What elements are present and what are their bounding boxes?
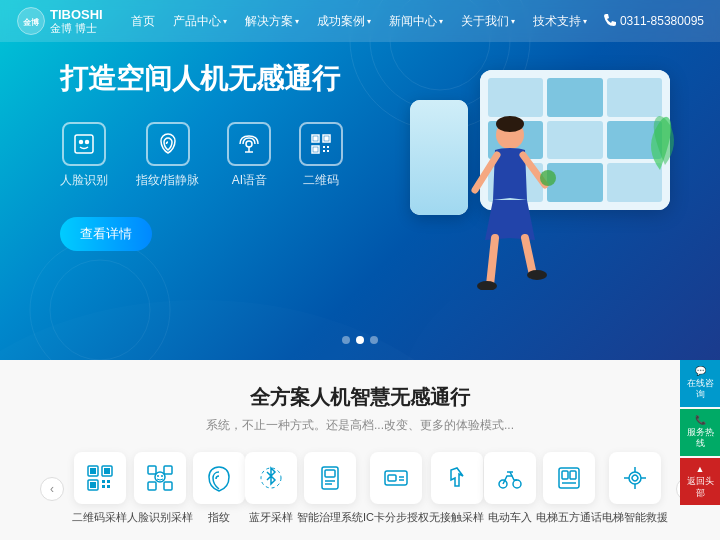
svg-rect-35: [90, 482, 96, 488]
product-face-icon: [134, 452, 186, 504]
section-subtitle: 系统，不止一种方式。还是高档...改变、更多的体验模式...: [40, 417, 680, 434]
main-nav: 首页 产品中心 ▾ 解决方案 ▾ 成功案例 ▾ 新闻中心 ▾ 关于我们 ▾ 技术…: [123, 9, 602, 34]
svg-rect-7: [75, 135, 93, 153]
prev-arrow-button[interactable]: ‹: [40, 477, 64, 501]
svg-rect-34: [104, 468, 110, 474]
feature-qr-label: 二维码: [303, 172, 339, 189]
svg-point-10: [246, 141, 252, 147]
product-bluetooth[interactable]: 蓝牙采样: [245, 452, 297, 525]
feature-face-label: 人脸识别: [60, 172, 108, 189]
section-title: 全方案人机智慧无感通行: [40, 384, 680, 411]
svg-point-1: [400, 300, 720, 360]
product-elevator-call[interactable]: 电梯五方通话: [536, 452, 602, 525]
svg-point-46: [161, 475, 163, 477]
feature-qr: 二维码: [299, 122, 343, 189]
voice-icon: [227, 122, 271, 166]
products-section: 全方案人机智慧无感通行 系统，不止一种方式。还是高档...改变、更多的体验模式.…: [0, 360, 720, 540]
nav-news[interactable]: 新闻中心 ▾: [381, 9, 451, 34]
svg-rect-22: [327, 150, 329, 152]
product-ic-icon: [370, 452, 422, 504]
hero-figure: [455, 110, 565, 290]
product-ebike-label: 电动车入: [488, 510, 532, 525]
feature-fingerprint-label: 指纹/指静脉: [136, 172, 199, 189]
product-elevator-call-icon: [543, 452, 595, 504]
nav-about[interactable]: 关于我们 ▾: [453, 9, 523, 34]
hero-detail-button[interactable]: 查看详情: [60, 217, 152, 251]
nav-cases[interactable]: 成功案例 ▾: [309, 9, 379, 34]
hero-dots: [342, 336, 378, 344]
hero-illustration: [400, 50, 680, 290]
svg-point-57: [513, 480, 521, 488]
phone-number: 0311-85380095: [602, 14, 704, 28]
product-bluetooth-icon: [245, 452, 297, 504]
back-to-top-button[interactable]: ▲ 返回头部: [680, 458, 720, 505]
product-elevator-call-label: 电梯五方通话: [536, 510, 602, 525]
phone-float-icon: 📞: [684, 415, 716, 427]
product-smart[interactable]: 智能治理系统: [297, 452, 363, 525]
product-touch-label: 无接触采样: [429, 510, 484, 525]
product-ebike[interactable]: 电动车入: [484, 452, 536, 525]
svg-rect-42: [148, 482, 156, 490]
product-touch-icon: [431, 452, 483, 504]
svg-point-24: [496, 116, 524, 132]
dot-1[interactable]: [342, 336, 350, 344]
dot-2[interactable]: [356, 336, 364, 344]
product-bluetooth-label: 蓝牙采样: [249, 510, 293, 525]
svg-point-62: [629, 472, 641, 484]
logo-text: TIBOSHI 金博 博士: [50, 7, 103, 36]
fingerprint-icon: [146, 122, 190, 166]
svg-rect-20: [327, 146, 329, 148]
product-ebike-icon: [484, 452, 536, 504]
product-ic[interactable]: IC卡分步授权: [363, 452, 429, 525]
logo-icon: 金博: [16, 6, 46, 36]
svg-point-45: [157, 475, 159, 477]
product-fingerprint[interactable]: 指纹: [193, 452, 245, 525]
hero-content: 打造空间人机无感通行 人脸识别: [60, 60, 343, 251]
nav-products[interactable]: 产品中心 ▾: [165, 9, 235, 34]
svg-point-8: [80, 141, 83, 144]
nav-solutions-arrow: ▾: [295, 17, 299, 26]
svg-rect-37: [107, 480, 110, 483]
svg-rect-16: [314, 137, 317, 140]
up-icon: ▲: [684, 464, 716, 476]
nav-home[interactable]: 首页: [123, 9, 163, 34]
logo: 金博 TIBOSHI 金博 博士: [16, 6, 103, 36]
nav-solutions[interactable]: 解决方案 ▾: [237, 9, 307, 34]
product-face[interactable]: 人脸识别采样: [127, 452, 193, 525]
svg-rect-43: [164, 482, 172, 490]
products-list: 二维码采样 人脸识别采样: [64, 452, 676, 525]
face-icon: [62, 122, 106, 166]
online-consult-button[interactable]: 💬 在线咨询: [680, 360, 720, 407]
floating-buttons: 💬 在线咨询 📞 服务热线 ▲ 返回头部: [680, 360, 720, 505]
svg-rect-17: [325, 137, 328, 140]
header: 金博 TIBOSHI 金博 博士 首页 产品中心 ▾ 解决方案 ▾ 成功案例 ▾…: [0, 0, 720, 42]
feature-voice-label: AI语音: [232, 172, 267, 189]
product-face-label: 人脸识别采样: [127, 510, 193, 525]
svg-rect-60: [570, 471, 576, 479]
nav-news-arrow: ▾: [439, 17, 443, 26]
feature-fingerprint: 指纹/指静脉: [136, 122, 199, 189]
hero-title: 打造空间人机无感通行: [60, 60, 343, 98]
svg-point-26: [527, 270, 547, 280]
product-elevator-rescue[interactable]: 电梯智能救援: [602, 452, 668, 525]
product-qr[interactable]: 二维码采样: [72, 452, 127, 525]
dot-3[interactable]: [370, 336, 378, 344]
product-touch[interactable]: 无接触采样: [429, 452, 484, 525]
hero-section: 打造空间人机无感通行 人脸识别: [0, 0, 720, 360]
product-smart-label: 智能治理系统: [297, 510, 363, 525]
qr-icon: [299, 122, 343, 166]
svg-point-27: [540, 170, 556, 186]
svg-rect-39: [107, 485, 110, 488]
hotline-button[interactable]: 📞 服务热线: [680, 409, 720, 456]
nav-support-arrow: ▾: [583, 17, 587, 26]
svg-rect-21: [323, 150, 325, 152]
feature-voice: AI语音: [227, 122, 271, 189]
product-qr-label: 二维码采样: [72, 510, 127, 525]
svg-rect-38: [102, 485, 105, 488]
svg-rect-59: [562, 471, 568, 479]
nav-support[interactable]: 技术支持 ▾: [525, 9, 595, 34]
product-qr-icon: [74, 452, 126, 504]
product-fingerprint-icon: [193, 452, 245, 504]
product-ic-label: IC卡分步授权: [363, 510, 429, 525]
product-fingerprint-label: 指纹: [208, 510, 230, 525]
